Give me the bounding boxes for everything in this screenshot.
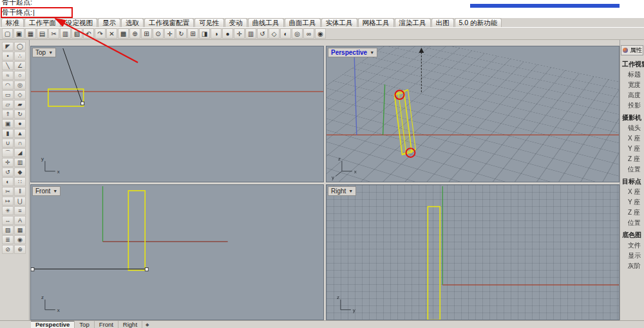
new-viewport-tab-icon[interactable]: ◆ bbox=[142, 321, 152, 328]
zoom-icon[interactable]: ⊕ bbox=[14, 245, 26, 254]
lock-icon[interactable]: ⊘ bbox=[2, 245, 14, 254]
menu-tab[interactable]: 标准 bbox=[1, 18, 24, 27]
selected-object-outline[interactable] bbox=[128, 190, 145, 270]
rotate-view-icon[interactable]: ↻ bbox=[176, 28, 187, 39]
copy-object-icon[interactable]: ▥ bbox=[245, 28, 256, 39]
viewport-top[interactable]: Top ▼ y x bbox=[30, 46, 324, 182]
mirror-icon[interactable]: ◐ bbox=[280, 28, 291, 39]
chamfer-icon[interactable]: ◢ bbox=[14, 148, 26, 157]
revolve-icon[interactable]: ↻ bbox=[14, 110, 26, 119]
zoom-extents-icon[interactable]: ⊕ bbox=[129, 28, 140, 39]
box-icon[interactable]: ▣ bbox=[2, 119, 14, 128]
menu-tab[interactable]: 设定视图 bbox=[61, 18, 97, 27]
select-icon[interactable]: ◤ bbox=[2, 42, 14, 51]
scale-icon[interactable]: ◆ bbox=[14, 168, 26, 177]
menu-tab[interactable]: 工作平面 bbox=[24, 18, 61, 27]
select-all-icon[interactable]: ▩ bbox=[118, 28, 129, 39]
scale-icon[interactable]: ◇ bbox=[269, 28, 279, 39]
boolean-difference-icon[interactable]: ∩ bbox=[14, 139, 26, 148]
named-view-icon[interactable]: ◨ bbox=[199, 28, 210, 39]
open-file-icon[interactable]: ▣ bbox=[14, 28, 24, 39]
cone-icon[interactable]: ▲ bbox=[14, 129, 26, 138]
block-icon[interactable]: ▦ bbox=[14, 226, 26, 235]
visibility-icon[interactable]: ◉ bbox=[14, 235, 26, 244]
point-icon[interactable]: • bbox=[2, 52, 14, 61]
osnap-icon[interactable]: ◎ bbox=[292, 28, 303, 39]
shade-icon[interactable]: ◑ bbox=[211, 28, 222, 39]
chevron-down-icon[interactable]: ▼ bbox=[48, 50, 53, 55]
lasso-icon[interactable]: ◯ bbox=[14, 42, 26, 51]
chevron-down-icon[interactable]: ▼ bbox=[348, 189, 353, 193]
four-view-icon[interactable]: ⊞ bbox=[187, 28, 198, 39]
chevron-down-icon[interactable]: ▼ bbox=[370, 50, 374, 55]
ellipse-icon[interactable]: ◎ bbox=[14, 81, 26, 90]
rotate-icon[interactable]: ↺ bbox=[2, 168, 14, 177]
viewport-tab-front[interactable]: Front bbox=[95, 321, 118, 328]
arc-icon[interactable]: ◠ bbox=[2, 81, 14, 90]
menu-tab[interactable]: 工作视窗配置 bbox=[144, 18, 194, 27]
mirror-icon[interactable]: ◐ bbox=[2, 177, 14, 186]
sphere-icon[interactable]: ● bbox=[14, 119, 26, 128]
viewport-tab-top[interactable]: Top bbox=[75, 321, 94, 328]
properties-section-header[interactable]: 摄影机 bbox=[620, 111, 644, 123]
explode-icon[interactable]: ✳ bbox=[2, 206, 14, 215]
control-point-marker[interactable] bbox=[145, 267, 148, 271]
selected-object-outline[interactable] bbox=[428, 206, 440, 320]
menu-tab[interactable]: 出图 bbox=[431, 18, 454, 27]
points-icon[interactable]: ∴ bbox=[14, 52, 26, 61]
delete-icon[interactable]: ✕ bbox=[106, 28, 117, 39]
render-icon[interactable]: ● bbox=[222, 28, 233, 39]
menu-tab[interactable]: 选取 bbox=[121, 18, 144, 27]
paste-icon[interactable]: ▧ bbox=[71, 28, 82, 39]
array-icon[interactable]: ∷ bbox=[14, 177, 26, 186]
rotate-icon[interactable]: ↺ bbox=[257, 28, 268, 39]
trim-icon[interactable]: ✂ bbox=[2, 187, 14, 196]
polyline-icon[interactable]: ∠ bbox=[14, 61, 26, 70]
bottom-scrollbar[interactable] bbox=[470, 4, 620, 8]
cut-icon[interactable]: ✂ bbox=[48, 28, 59, 39]
viewport-front[interactable]: Front ▼ z x bbox=[30, 184, 324, 321]
viewport-front-label[interactable]: Front ▼ bbox=[32, 186, 61, 196]
properties-section-header[interactable]: 底色图 bbox=[620, 228, 644, 240]
polygon-icon[interactable]: ◇ bbox=[14, 90, 26, 99]
viewport-right-label[interactable]: Right ▼ bbox=[328, 186, 356, 196]
split-icon[interactable]: ‖ bbox=[14, 187, 26, 196]
viewport-top-label[interactable]: Top ▼ bbox=[32, 48, 56, 57]
command-area[interactable]: 骨干起点: 骨干终点:| bbox=[0, 0, 644, 19]
redo-icon[interactable]: ↷ bbox=[95, 28, 106, 39]
properties-section-header[interactable]: 工作视窗 bbox=[620, 57, 644, 70]
extrude-icon[interactable]: ⇑ bbox=[2, 110, 14, 119]
menu-tab[interactable]: 变动 bbox=[225, 18, 247, 27]
menu-tab[interactable]: 5.0 的新功能 bbox=[455, 18, 502, 27]
pan-icon[interactable]: ✛ bbox=[164, 28, 175, 39]
control-point-marker[interactable] bbox=[31, 267, 34, 271]
extend-icon[interactable]: ↦ bbox=[2, 197, 14, 206]
offset-icon[interactable]: ≡ bbox=[14, 206, 26, 215]
copy-icon[interactable]: ▥ bbox=[60, 28, 71, 39]
plane-icon[interactable]: ▰ bbox=[14, 100, 26, 109]
control-point-marker[interactable] bbox=[81, 102, 84, 105]
zoom-selected-icon[interactable]: ⊙ bbox=[153, 28, 164, 39]
copy-icon[interactable]: ▥ bbox=[14, 158, 26, 167]
menu-tab[interactable]: 网格工具 bbox=[358, 18, 394, 27]
move-icon[interactable]: ✛ bbox=[234, 28, 245, 39]
menu-tab[interactable]: 曲线工具 bbox=[248, 18, 284, 27]
menu-tab[interactable]: 实体工具 bbox=[321, 18, 357, 27]
layer-icon[interactable]: ≣ bbox=[2, 235, 14, 244]
menu-tab[interactable]: 渲染工具 bbox=[395, 18, 431, 27]
circle-icon[interactable]: ○ bbox=[14, 71, 26, 80]
viewport-perspective[interactable]: Perspective ▼ bbox=[326, 46, 620, 182]
object-properties-icon[interactable]: ◉ bbox=[315, 28, 326, 39]
new-file-icon[interactable]: ▢ bbox=[2, 28, 13, 39]
surface-icon[interactable]: ▱ bbox=[2, 100, 14, 109]
viewport-right[interactable]: Right ▼ z y bbox=[326, 184, 620, 321]
save-file-icon[interactable]: ▦ bbox=[25, 28, 36, 39]
rectangle-icon[interactable]: ▭ bbox=[2, 90, 14, 99]
boolean-union-icon[interactable]: ∪ bbox=[2, 139, 14, 148]
command-prompt-line[interactable]: 骨干终点:| bbox=[2, 8, 35, 17]
chevron-down-icon[interactable]: ▼ bbox=[53, 189, 57, 193]
move-icon[interactable]: ✛ bbox=[2, 158, 14, 167]
menu-tab[interactable]: 曲面工具 bbox=[285, 18, 321, 27]
dimension-icon[interactable]: ↔ bbox=[2, 216, 14, 225]
hatch-icon[interactable]: ▨ bbox=[2, 226, 14, 235]
